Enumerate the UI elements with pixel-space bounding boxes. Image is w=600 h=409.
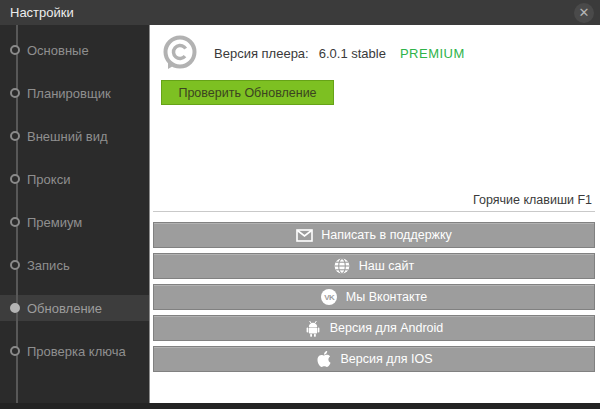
sidebar-item-label: Обновление bbox=[27, 301, 102, 316]
app-logo-icon bbox=[161, 34, 199, 72]
support-button-label: Написать в поддержку bbox=[321, 228, 452, 242]
sidebar-item-label: Планировщик bbox=[27, 86, 111, 101]
check-update-button-label: Проверить Обновление bbox=[178, 86, 316, 100]
sidebar-item-general[interactable]: Основные bbox=[0, 37, 149, 63]
version-value: 6.0.1 stable bbox=[319, 46, 386, 61]
timeline-dot-icon bbox=[10, 131, 20, 141]
support-button[interactable]: Написать в поддержку bbox=[153, 222, 595, 248]
timeline-dot-icon bbox=[10, 45, 20, 55]
globe-icon bbox=[334, 258, 351, 275]
ios-version-button[interactable]: Версия для IOS bbox=[153, 346, 595, 372]
android-version-button[interactable]: Версия для Android bbox=[153, 315, 595, 341]
window-bottom-border bbox=[0, 403, 600, 409]
android-version-button-label: Версия для Android bbox=[330, 321, 444, 335]
check-update-button[interactable]: Проверить Обновление bbox=[161, 80, 334, 105]
envelope-icon bbox=[296, 227, 313, 244]
ios-version-button-label: Версия для IOS bbox=[340, 352, 432, 366]
sidebar-item-label: Проверка ключа bbox=[27, 344, 126, 359]
sidebar-item-premium[interactable]: Премиум bbox=[0, 209, 149, 235]
version-row: Версия плеера: 6.0.1 stable PREMIUM bbox=[161, 34, 595, 72]
sidebar-item-update[interactable]: Обновление bbox=[0, 295, 149, 321]
sidebar: Основные Планировщик Внешний вид Прокси … bbox=[0, 25, 150, 403]
website-button-label: Наш сайт bbox=[359, 259, 414, 273]
sidebar-item-key-check[interactable]: Проверка ключа bbox=[0, 338, 149, 364]
sidebar-item-label: Запись bbox=[27, 258, 70, 273]
sidebar-item-label: Основные bbox=[27, 43, 89, 58]
sidebar-item-scheduler[interactable]: Планировщик bbox=[0, 80, 149, 106]
sidebar-item-label: Внешний вид bbox=[27, 129, 108, 144]
timeline-dot-icon bbox=[10, 217, 20, 227]
sidebar-item-recording[interactable]: Запись bbox=[0, 252, 149, 278]
hotkeys-label: Горячие клавиши F1 bbox=[153, 193, 595, 208]
vkontakte-button[interactable]: VK Мы Вконтакте bbox=[153, 284, 595, 310]
settings-window: Настройки ✕ Основные Планировщик Внешний… bbox=[0, 0, 600, 409]
timeline-dot-icon bbox=[10, 174, 20, 184]
sidebar-item-label: Премиум bbox=[27, 215, 82, 230]
timeline-dot-icon bbox=[10, 346, 20, 356]
premium-badge: PREMIUM bbox=[400, 46, 465, 61]
window-title: Настройки bbox=[10, 5, 74, 20]
sidebar-item-proxy[interactable]: Прокси bbox=[0, 166, 149, 192]
android-icon bbox=[305, 320, 322, 337]
vk-icon: VK bbox=[321, 289, 338, 306]
sidebar-item-label: Прокси bbox=[27, 172, 70, 187]
close-button[interactable]: ✕ bbox=[574, 3, 594, 23]
timeline-dot-icon bbox=[10, 260, 20, 270]
link-buttons: Написать в поддержку bbox=[153, 222, 595, 372]
sidebar-item-appearance[interactable]: Внешний вид bbox=[0, 123, 149, 149]
divider bbox=[153, 211, 595, 212]
titlebar: Настройки ✕ bbox=[0, 0, 600, 25]
update-panel: Версия плеера: 6.0.1 stable PREMIUM Пров… bbox=[150, 25, 600, 403]
version-label: Версия плеера: bbox=[214, 46, 309, 61]
timeline-dot-selected-icon bbox=[10, 303, 20, 313]
apple-icon bbox=[315, 351, 332, 368]
close-icon: ✕ bbox=[579, 6, 590, 19]
window-body: Основные Планировщик Внешний вид Прокси … bbox=[0, 25, 600, 403]
website-button[interactable]: Наш сайт bbox=[153, 253, 595, 279]
vkontakte-button-label: Мы Вконтакте bbox=[346, 290, 427, 304]
timeline-dot-icon bbox=[10, 88, 20, 98]
